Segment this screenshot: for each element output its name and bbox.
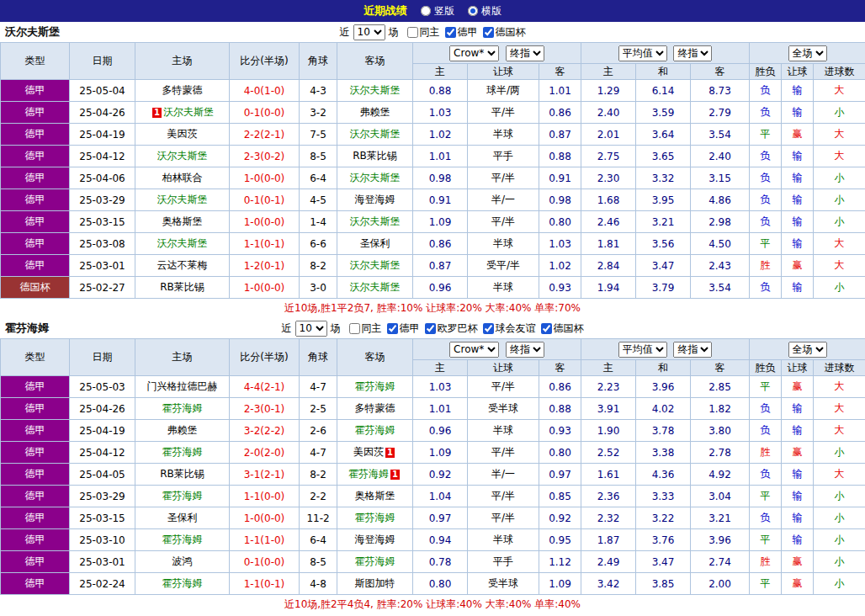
home-team-name: 波鸿 [172,555,193,567]
home-team-cell: 1沃尔夫斯堡 [135,102,230,124]
checkbox-input[interactable] [387,323,398,334]
match-row: 德甲25-04-19弗赖堡3-2(2-2)2-6霍芬海姆0.96半球0.931.… [1,420,865,442]
avg-odds-select[interactable]: 平均值 [618,45,667,61]
bookmaker-select[interactable]: Crow* [449,342,499,358]
filter-checkbox-德国杯[interactable]: 德国杯 [483,25,526,40]
avg-away-cell: 3.21 [691,507,750,529]
away-team-cell: 弗赖堡 [337,102,413,124]
home-team-name: 圣保利 [167,512,198,523]
checkbox-input[interactable] [445,27,456,38]
scope-select[interactable]: 全场 [788,45,827,61]
handicap-result-cell: 输 [782,189,814,211]
league-cell: 德甲 [1,124,70,146]
avg-odds-header-cell: 平均值 终指 [581,339,750,360]
avg-stage-select[interactable]: 终指 [673,342,712,358]
filter-checkbox-球会友谊[interactable]: 球会友谊 [483,321,536,336]
radio-vertical-layout[interactable]: 竖版 [421,4,454,19]
checkbox-label: 球会友谊 [496,321,536,336]
match-count-select[interactable]: 10 [353,24,385,40]
scope-select[interactable]: 全场 [788,342,827,358]
checkbox-input[interactable] [541,323,552,334]
checkbox-input[interactable] [425,323,436,334]
away-team-cell: 沃尔夫斯堡 [337,167,413,189]
filter-checkbox-同主[interactable]: 同主 [349,321,382,336]
away-odds-cell: 0.88 [539,398,581,420]
home-team-name: 弗赖堡 [167,424,198,436]
avg-away-cell: 3.15 [691,167,750,189]
away-odds-cell: 1.09 [539,573,581,595]
avg-home-cell: 1.81 [581,233,636,255]
filter-checkbox-德国杯[interactable]: 德国杯 [541,321,584,336]
goals-result-cell: 大 [814,464,865,486]
away-odds-cell: 1.01 [539,80,581,102]
col-header-date: 日期 [70,43,135,80]
avg-away-cell: 3.80 [691,420,750,442]
odds-stage-select[interactable]: 终指 [506,45,544,61]
filter-suffix-label: 场 [389,25,399,40]
avg-away-cell: 1.82 [691,398,750,420]
away-odds-cell: 0.80 [539,442,581,464]
avg-away-cell: 2.79 [691,102,750,124]
result-cell: 负 [750,80,782,102]
avg-away-cell: 2.43 [691,255,750,277]
corner-cell: 4-8 [300,573,337,595]
goals-result-cell: 小 [814,507,865,529]
radio-selected-icon[interactable] [468,6,478,16]
league-cell: 德甲 [1,486,70,507]
handicap-result-cell: 输 [782,507,814,529]
home-team-cell: RB莱比锡 [135,464,230,486]
home-team-name: 霍芬海姆 [162,577,203,589]
home-odds-cell: 0.96 [413,277,468,299]
avg-draw-cell: 3.96 [636,376,691,398]
avg-draw-cell: 3.47 [636,255,691,277]
avg-home-cell: 2.23 [581,376,636,398]
checkbox-input[interactable] [483,27,494,38]
result-cell: 平 [750,529,782,551]
radio-icon[interactable] [421,6,431,16]
avg-away-cell: 4.50 [691,233,750,255]
goals-result-cell: 大 [814,80,865,102]
score-cell: 1-0(0-0) [230,211,300,233]
score-cell: 1-1(1-0) [230,529,300,551]
filter-prefix-label: 近 [340,25,350,40]
home-odds-cell: 0.92 [413,464,468,486]
goals-result-cell: 小 [814,551,865,573]
result-cell: 胜 [750,255,782,277]
home-odds-cell: 1.01 [413,146,468,167]
filter-checkbox-德甲[interactable]: 德甲 [445,25,478,40]
checkbox-input[interactable] [349,323,360,334]
filter-checkbox-欧罗巴杯[interactable]: 欧罗巴杯 [425,321,478,336]
score-cell: 0-1(0-1) [230,189,300,211]
handicap-cell: 半球 [468,233,539,255]
handicap-cell: 平/半 [468,507,539,529]
checkbox-input[interactable] [483,323,494,334]
section-header: 霍芬海姆 近 10 场 同主德甲欧罗巴杯球会友谊德国杯 [0,318,865,338]
bookmaker-select[interactable]: Crow* [449,45,499,61]
match-row: 德甲25-03-10霍芬海姆1-1(1-0)6-4海登海姆0.94半球0.951… [1,529,865,551]
home-team-cell: 弗赖堡 [135,420,230,442]
checkbox-input[interactable] [407,27,418,38]
home-team-cell: 云达不莱梅 [135,255,230,277]
match-count-select[interactable]: 10 [295,321,327,337]
handicap-result-cell: 赢 [782,255,814,277]
filter-checkboxes: 同主德甲欧罗巴杯球会友谊德国杯 [344,321,584,336]
away-team-name: 海登海姆 [355,534,395,545]
checkbox-label: 欧罗巴杯 [438,321,478,336]
away-team-name: 沃尔夫斯堡 [350,281,401,293]
avg-odds-select[interactable]: 平均值 [618,342,667,358]
goals-result-cell: 大 [814,376,865,398]
filter-bar: 近 10 场 同主德甲欧罗巴杯球会友谊德国杯 [282,321,584,337]
odds-stage-select[interactable]: 终指 [506,342,544,358]
score-cell: 1-0(0-0) [230,167,300,189]
home-team-cell: 沃尔夫斯堡 [135,233,230,255]
result-cell: 负 [750,420,782,442]
date-cell: 25-04-19 [70,124,135,146]
handicap-result-cell: 赢 [782,376,814,398]
handicap-result-cell: 输 [782,146,814,167]
radio-horizontal-layout[interactable]: 横版 [468,4,501,19]
handicap-cell: 半/一 [468,189,539,211]
filter-checkbox-同主[interactable]: 同主 [407,25,440,40]
subcol-avg-home: 主 [581,64,636,80]
filter-checkbox-德甲[interactable]: 德甲 [387,321,420,336]
avg-stage-select[interactable]: 终指 [673,45,712,61]
